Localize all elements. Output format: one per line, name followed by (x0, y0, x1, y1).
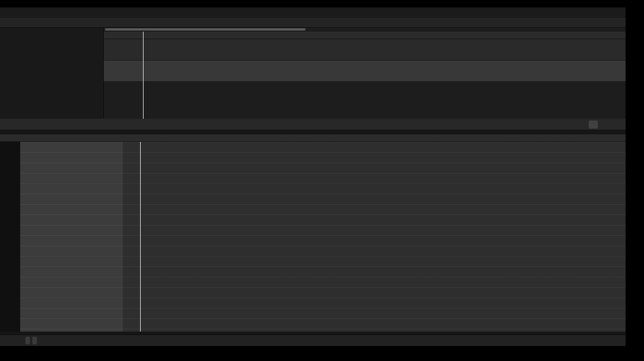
audio-clip[interactable] (104, 61, 626, 81)
parameters-bar (0, 334, 626, 346)
arrangement-panel (0, 28, 626, 119)
pitch-curves (20, 142, 626, 332)
instant-mode-button[interactable] (589, 121, 598, 129)
midi-track-lane[interactable] (104, 39, 626, 61)
arrangement-header (0, 18, 626, 28)
group-breadcrumb[interactable] (26, 321, 35, 329)
horizontal-scrollbar[interactable] (105, 28, 306, 31)
arrangement-playhead (143, 32, 144, 119)
piano-roll-header (0, 119, 626, 130)
app-window (0, 0, 644, 361)
piano-keys (0, 142, 20, 332)
arrangement-timeline-ruler[interactable] (104, 32, 626, 39)
arrangement-canvas[interactable] (104, 28, 626, 119)
piano-roll-playhead (140, 142, 141, 332)
piano-roll-ruler[interactable] (0, 134, 626, 142)
right-sidebar (626, 7, 644, 346)
note-area[interactable] (20, 142, 626, 332)
audio-track-lane[interactable] (104, 61, 626, 82)
zoom-x4-button[interactable] (32, 337, 37, 344)
track-panel (0, 28, 104, 119)
waveform (104, 61, 626, 82)
menu-bar (0, 7, 626, 18)
piano-roll-body (0, 142, 626, 332)
zoom-x2-button[interactable] (25, 337, 30, 344)
